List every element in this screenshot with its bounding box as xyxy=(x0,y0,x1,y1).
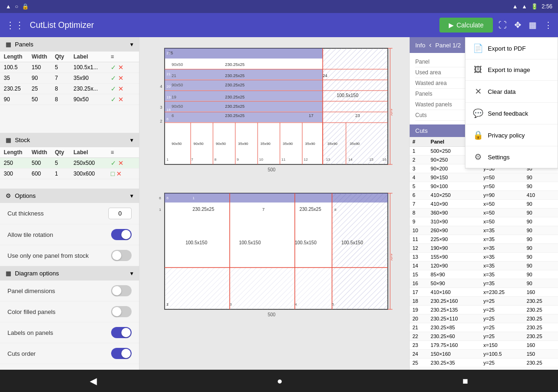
delete-icon[interactable]: ✕ xyxy=(118,96,124,103)
cuts-title: Cuts xyxy=(415,127,428,134)
stat-label-wasted: Wasted area xyxy=(415,80,447,86)
more-menu-button[interactable]: ⋮ xyxy=(544,20,552,30)
cell-dim: 410 xyxy=(524,191,558,200)
nav-left-icon[interactable]: ‹ xyxy=(429,41,432,49)
cell-width: 50 xyxy=(32,96,55,103)
color-filled-toggle[interactable] xyxy=(111,306,132,317)
delete-icon[interactable]: ✕ xyxy=(118,74,124,82)
svg-text:9: 9 xyxy=(237,157,239,162)
cell-dim: 90 xyxy=(524,270,558,279)
svg-text:17: 17 xyxy=(309,113,313,118)
table-row: 9 310×90 x=50 90 xyxy=(410,217,558,226)
calculate-button[interactable]: ▶ Calculate xyxy=(439,18,493,33)
panel-dimensions-toggle[interactable] xyxy=(111,285,132,296)
svg-text:1: 1 xyxy=(166,157,169,162)
table-row: 8 360×90 x=50 90 xyxy=(410,209,558,217)
cell-num: 23 xyxy=(410,341,428,350)
view-toggle-button[interactable]: ▦ xyxy=(529,20,537,30)
cell-qty: 7 xyxy=(55,75,73,81)
app-bar: ⋮⋮ CutList Optimizer ▶ Calculate ⛶ ✥ ▦ ⋮ xyxy=(0,13,558,37)
svg-text:250: 250 xyxy=(390,254,392,261)
cell-num: 10 xyxy=(410,226,428,235)
pdf-icon: 📄 xyxy=(473,43,483,53)
cell-num: 13 xyxy=(410,253,428,261)
cell-cut: y=25 xyxy=(481,359,524,367)
svg-text:90x50: 90x50 xyxy=(172,142,182,146)
action-icons: ✓ ✕ xyxy=(111,85,125,92)
svg-text:230.25x25: 230.25x25 xyxy=(225,73,245,78)
allow-tile-toggle[interactable] xyxy=(111,229,132,240)
table-row: 23 179.75×160 x=150 160 xyxy=(410,341,558,350)
export-pdf-item[interactable]: 📄 Export to PDF xyxy=(465,38,558,59)
cell-num: 25 xyxy=(410,359,428,367)
battery-icon: 🔋 xyxy=(531,3,538,10)
settings-icon: ⚙ xyxy=(473,152,483,162)
privacy-policy-item[interactable]: 🔒 Privacy policy xyxy=(465,124,558,146)
send-feedback-item[interactable]: 💬 Send feedback xyxy=(465,103,558,124)
options-section-header[interactable]: ⚙ Options ▾ xyxy=(0,189,139,203)
svg-text:21: 21 xyxy=(166,72,171,76)
export-image-item[interactable]: 🖼 Export to image xyxy=(465,59,558,81)
svg-text:230.25x25: 230.25x25 xyxy=(225,62,245,67)
cell-cut: x=35 xyxy=(481,261,524,270)
svg-text:90x50: 90x50 xyxy=(216,142,226,146)
options-title: Options xyxy=(15,192,36,199)
cell-cut: y=100.5 xyxy=(481,350,524,359)
svg-text:4: 4 xyxy=(160,84,162,89)
settings-item[interactable]: ⚙ Settings xyxy=(465,146,558,168)
edit-icon[interactable]: ✓ xyxy=(111,85,116,92)
diagram-options-header[interactable]: ▦ Diagram options ▾ xyxy=(0,266,139,281)
move-button[interactable]: ✥ xyxy=(514,20,521,30)
table-row: 10 260×90 x=35 90 xyxy=(410,226,558,235)
back-button[interactable]: ◀ xyxy=(90,375,97,386)
title-text: CutList Optimizer xyxy=(30,20,94,30)
lock-icon: 🔒 xyxy=(22,3,29,10)
stock-section-header[interactable]: ▦ Stock ▾ xyxy=(0,133,139,147)
fullscreen-button[interactable]: ⛶ xyxy=(498,20,507,30)
use-one-panel-toggle[interactable] xyxy=(111,250,132,261)
svg-text:90x50: 90x50 xyxy=(172,62,183,67)
panels-col-qty: Qty xyxy=(55,53,73,60)
table-row: 6 410×250 y=90 410 xyxy=(410,191,558,200)
svg-rect-3 xyxy=(165,48,323,59)
cell-num: 2 xyxy=(410,156,428,164)
edit-icon[interactable]: ✓ xyxy=(111,64,116,71)
options-collapse-icon: ▾ xyxy=(130,192,133,199)
cell-dim: 90 xyxy=(524,173,558,182)
clear-data-item[interactable]: ✕ Clear data xyxy=(465,81,558,103)
cuts-order-toggle[interactable] xyxy=(111,348,132,359)
svg-text:230.25x25: 230.25x25 xyxy=(225,95,245,99)
delete-icon[interactable]: ✕ xyxy=(116,170,122,177)
edit-icon[interactable]: ✓ xyxy=(111,96,116,103)
cell-num: 9 xyxy=(410,217,428,226)
edit-icon[interactable]: ✓ xyxy=(111,74,116,82)
stat-label-used: Used area xyxy=(415,69,441,76)
privacy-policy-label: Privacy policy xyxy=(488,132,525,139)
delete-icon[interactable]: ✕ xyxy=(118,159,124,167)
table-row: 22 230.25×60 y=25 230.25 xyxy=(410,332,558,341)
cut-thickness-input[interactable] xyxy=(108,208,132,219)
svg-text:6: 6 xyxy=(172,113,174,118)
cell-panel: 155×90 xyxy=(428,253,481,261)
recents-button[interactable]: ■ xyxy=(462,376,468,386)
delete-icon[interactable]: ✕ xyxy=(118,85,124,92)
labels-on-panels-toggle[interactable] xyxy=(111,327,132,338)
cell-panel: 190×90 xyxy=(428,244,481,253)
cell-cut: x=50 xyxy=(481,209,524,217)
cell-length: 35 xyxy=(4,75,32,81)
cell-num: 19 xyxy=(410,306,428,314)
home-button[interactable]: ● xyxy=(277,376,282,386)
export-pdf-label: Export to PDF xyxy=(488,45,526,52)
panels-section-header[interactable]: ▦ Panels ▾ xyxy=(0,37,139,52)
edit-icon[interactable]: ✓ xyxy=(111,159,116,167)
cell-dim: 230.25 xyxy=(524,332,558,341)
table-row: 15 85×90 x=35 90 xyxy=(410,270,558,279)
edit-icon[interactable]: □ xyxy=(111,170,114,177)
table-row: 16 50×90 y=35 90 xyxy=(410,279,558,288)
cell-panel: 230.25×85 xyxy=(428,323,481,332)
cell-panel: 150×160 xyxy=(428,350,481,359)
delete-icon[interactable]: ✕ xyxy=(118,64,124,71)
cell-panel: 179.75×160 xyxy=(428,341,481,350)
diagram-1: 25 90x50 230.25x25 21 230.25x25 24 90x50… xyxy=(146,44,392,174)
cell-dim: 230.25 xyxy=(524,323,558,332)
